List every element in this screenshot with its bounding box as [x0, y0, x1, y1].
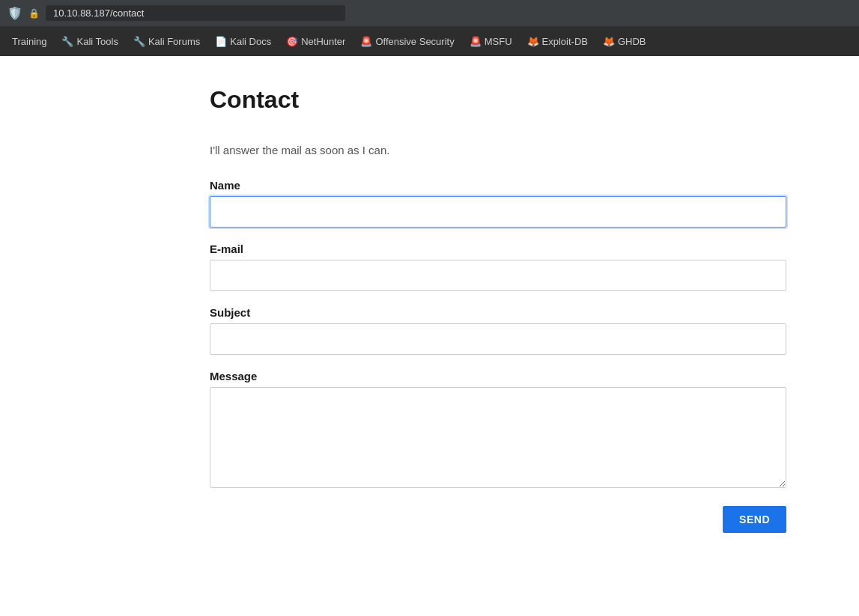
offensive-security-label: Offensive Security	[375, 36, 454, 47]
url-bar[interactable]: 10.10.88.187/contact	[46, 5, 345, 21]
exploit-db-label: Exploit-DB	[542, 36, 588, 47]
nav-item-kali-docs[interactable]: 📄 Kali Docs	[209, 33, 277, 50]
message-label: Message	[210, 370, 786, 382]
name-label: Name	[210, 179, 786, 192]
nav-item-offensive-security[interactable]: 🚨 Offensive Security	[354, 33, 460, 50]
offensive-security-icon: 🚨	[360, 36, 372, 47]
email-group: E-mail	[210, 243, 786, 291]
exploit-db-icon: 🦊	[527, 36, 539, 47]
message-group: Message	[210, 370, 786, 491]
nav-item-kali-forums[interactable]: 🔧 Kali Forums	[127, 33, 206, 50]
email-label: E-mail	[210, 243, 786, 255]
nav-item-training[interactable]: Training	[6, 33, 52, 50]
nav-item-kali-tools[interactable]: 🔧 Kali Tools	[55, 33, 124, 50]
kali-tools-icon: 🔧	[61, 36, 73, 47]
send-button[interactable]: SEND	[723, 506, 786, 533]
intro-text: I'll answer the mail as soon as I can.	[210, 144, 786, 156]
nethunter-icon: 🎯	[286, 36, 298, 47]
kali-docs-label: Kali Docs	[230, 36, 271, 47]
kali-forums-label: Kali Forums	[148, 36, 200, 47]
subject-label: Subject	[210, 306, 786, 319]
kali-forums-icon: 🔧	[133, 36, 145, 47]
msfu-label: MSFU	[485, 36, 512, 47]
ghdb-label: GHDB	[618, 36, 646, 47]
page-title: Contact	[210, 86, 786, 114]
nethunter-label: NetHunter	[301, 36, 345, 47]
nav-item-exploit-db[interactable]: 🦊 Exploit-DB	[521, 33, 594, 50]
subject-input[interactable]	[210, 323, 786, 355]
msfu-icon: 🚨	[470, 36, 482, 47]
name-group: Name	[210, 179, 786, 228]
shield-icon: 🛡️	[7, 6, 22, 20]
send-btn-container: SEND	[210, 506, 786, 533]
browser-chrome: 🛡️ 🔒 10.10.88.187/contact	[0, 0, 859, 26]
main-content: Contact I'll answer the mail as soon as …	[0, 56, 786, 563]
nav-item-msfu[interactable]: 🚨 MSFU	[464, 33, 518, 50]
nav-item-nethunter[interactable]: 🎯 NetHunter	[280, 33, 351, 50]
message-textarea[interactable]	[210, 387, 786, 488]
contact-form: Name E-mail Subject Message SEND	[210, 179, 786, 533]
ghdb-icon: 🦊	[603, 36, 615, 47]
subject-group: Subject	[210, 306, 786, 355]
nav-bar: Training 🔧 Kali Tools 🔧 Kali Forums 📄 Ka…	[0, 26, 859, 56]
email-input[interactable]	[210, 260, 786, 291]
kali-tools-label: Kali Tools	[76, 36, 118, 47]
lock-icon: 🔒	[28, 8, 40, 19]
kali-docs-icon: 📄	[215, 36, 227, 47]
name-input[interactable]	[210, 196, 786, 228]
nav-item-ghdb[interactable]: 🦊 GHDB	[597, 33, 652, 50]
training-label: Training	[12, 36, 46, 47]
